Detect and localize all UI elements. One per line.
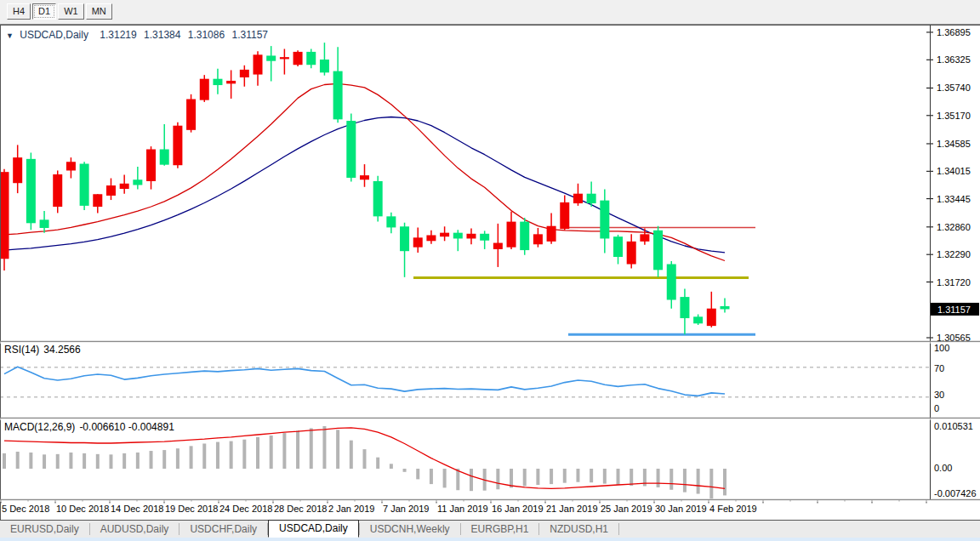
candle-up [173,126,182,166]
candle-down [480,234,489,241]
price-axis-label: 1.32860 [937,222,971,232]
candle-up [547,226,556,242]
macd-bar [630,469,633,486]
price-axis-label: 1.35740 [937,83,971,93]
rsi-indicator-label: RSI(14)34.2566 [4,344,81,356]
date-axis-label: 14 Dec 2018 [111,504,163,514]
chart-symbol-label: USDCAD,Daily [20,29,88,41]
date-axis-label: 2 Jan 2019 [328,504,374,514]
macd-bar [697,469,700,494]
macd-bar [256,437,259,469]
macd-bar [3,453,6,469]
macd-bar [403,469,407,472]
timeframe-button-h4[interactable]: H4 [7,3,31,20]
tab-nzdusd-h1[interactable]: NZDUSD,H1 [539,521,618,538]
price-axis-label: 1.36895 [937,27,971,37]
timeframe-toolbar: H4D1W1MN [0,0,980,25]
tab-usdcnh-weekly[interactable]: USDCNH,Weekly [360,521,460,538]
macd-bar [230,441,233,469]
tab-usdcad-daily[interactable]: USDCAD,Daily [268,520,359,538]
mt4-window: H4D1W1MN 100703000.0105310.00-0.0074261.… [0,0,980,541]
macd-bar [709,469,713,498]
collapse-arrow-icon[interactable]: ▼ [6,31,14,40]
macd-bar [362,449,366,469]
candle-up [426,235,436,241]
candle-down [400,226,409,251]
date-axis-label: 25 Jan 2019 [601,504,652,514]
timeframe-button-d1[interactable]: D1 [32,3,56,20]
price-axis-label: 1.32290 [937,249,971,259]
candle-up [440,233,449,237]
macd-bar [590,469,593,482]
date-axis-label: 24 Dec 2018 [219,504,272,514]
rsi-name: RSI(14) [4,344,39,356]
candle-up [240,70,249,77]
macd-bar [390,464,393,469]
timeframe-button-mn[interactable]: MN [86,3,112,20]
price-axis-label: 1.31720 [937,277,971,288]
tab-divider [618,523,619,535]
chart-window: 100703000.0105310.00-0.0074261.368951.36… [0,25,980,520]
candle-down [320,60,329,72]
tab-usdchf-daily[interactable]: USDCHF,Daily [179,521,267,538]
date-axis-label: 4 Feb 2019 [709,504,757,514]
macd-bar [310,428,313,469]
price-axis-label: 1.34585 [937,139,971,149]
macd-bar [683,469,687,493]
candle-up [13,157,22,183]
candle-down [600,201,609,239]
tab-audusd-daily[interactable]: AUDUSD,Daily [90,521,179,538]
candle-down [613,236,623,257]
candle-up [560,202,569,229]
macd-axis-label: 0.00 [934,463,952,473]
rsi-value: 34.2566 [43,344,80,356]
macd-bar [43,454,46,469]
macd-bar [69,453,72,469]
macd-bar [150,451,153,469]
macd-bar [563,469,567,483]
candle-up [200,79,209,100]
candle-up [66,162,76,170]
macd-bar [202,443,206,469]
tab-eurusd-daily[interactable]: EURUSD,Daily [0,521,89,538]
candle-down [667,265,676,300]
macd-bar [270,436,273,469]
rsi-axis-label: 100 [934,343,949,353]
candle-up [413,237,423,247]
candle-down [306,52,316,65]
candle-down [373,181,383,216]
macd-bar [322,426,326,469]
candle-up [226,81,236,83]
macd-name: MACD(12,26,9) [4,421,75,433]
macd-bar [176,448,179,469]
price-axis-label: 1.35170 [937,111,971,121]
macd-bar [190,446,193,469]
macd-bar [536,469,539,485]
macd-bar [550,469,553,484]
candle-down [80,164,89,206]
candle-up [280,57,289,59]
candle-up [466,234,476,239]
candle-down [680,297,689,318]
candle-down [453,233,463,239]
date-axis-label: 21 Jan 2019 [546,504,598,514]
macd-bar [109,454,112,469]
candle-down [720,306,729,310]
macd-bar [122,453,126,469]
macd-bar [576,469,579,482]
ohlc-open: 1.31219 [100,29,136,41]
macd-bar [242,440,246,469]
candle-down [26,159,36,223]
macd-bar [510,469,513,487]
date-axis-label: 28 Dec 2018 [274,504,327,514]
rsi-axis-label: 70 [934,363,944,373]
usdcad-daily-chart-canvas[interactable]: 100703000.0105310.00-0.0074261.368951.36… [0,25,980,520]
tab-eurgbp-h1[interactable]: EURGBP,H1 [461,521,539,538]
candle-down [653,231,663,270]
candle-down [587,194,596,203]
timeframe-button-w1[interactable]: W1 [58,3,84,20]
candle-up [53,174,62,207]
candle-down [520,222,529,250]
date-axis-label: 10 Dec 2018 [56,504,109,514]
date-axis-label: 7 Jan 2019 [383,504,429,514]
